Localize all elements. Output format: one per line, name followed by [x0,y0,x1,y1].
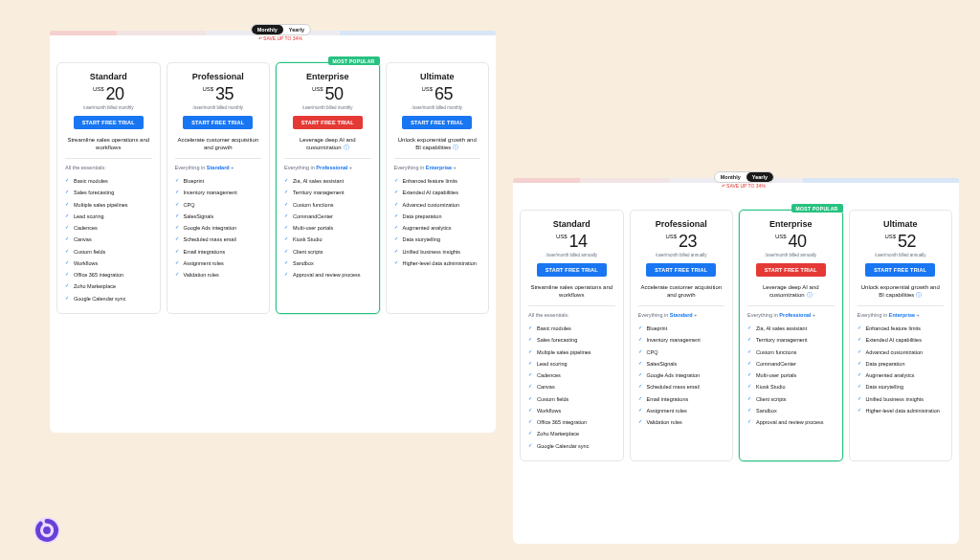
feature-item: Sandbox [284,258,371,269]
info-icon[interactable]: ⓘ [916,292,922,298]
plan-card-enterprise: MOST POPULAR Enterprise US$40 /user/mont… [739,210,843,461]
popular-badge: MOST POPULAR [328,56,380,65]
pricing-panel-monthly: Monthly Yearly SAVE UP TO 34% Standard U… [50,31,496,433]
price-value: 14 [569,232,588,251]
feature-heading: All the essentials: [528,312,615,318]
toggle-monthly[interactable]: Monthly [715,172,746,182]
toggle-yearly[interactable]: Yearly [746,172,773,182]
billing-pill[interactable]: Monthly Yearly [714,171,774,183]
billing-pill[interactable]: Monthly Yearly [251,24,311,35]
billing-note: /user/month billed annually [528,253,615,258]
feature-item: Email integrations [638,393,725,405]
feature-item: Zoho Marketplace [528,428,615,439]
info-icon[interactable]: ⓘ [453,145,458,150]
price: US$50 [284,84,371,104]
plan-name: Standard [65,72,152,81]
feature-item: Lead scoring [65,211,152,222]
plan-tagline: Accelerate customer acquisition and grow… [638,283,725,306]
plan-name: Professional [175,72,262,81]
feature-item: Kiosk Studio [747,381,835,392]
feature-item: Assignment rules [175,258,262,269]
feature-item: Workflows [528,405,615,416]
currency-label: US$ [312,86,323,92]
accent-bar: Monthly Yearly SAVE UP TO 34% [513,178,959,183]
plan-card-standard: Standard US$14 /user/month billed annual… [520,210,624,461]
feature-heading: All the essentials: [65,165,152,170]
billing-toggle: Monthly Yearly SAVE UP TO 34% [714,171,774,183]
plan-name: Professional [638,219,725,229]
feature-item: Cadences [528,370,615,381]
billing-note: /user/month billed annually [858,253,945,258]
feature-item: Kiosk Studio [284,234,371,245]
plan-card-ultimate: Ultimate US$65 /user/month billed monthl… [386,62,490,314]
feature-list: Basic modulesSales forecastingMultiple s… [65,175,152,304]
billing-note: /user/month billed monthly [65,105,152,110]
svg-point-1 [43,526,51,534]
start-trial-button[interactable]: START FREE TRIAL [756,263,826,277]
plan-card-professional: Professional US$23 /user/month billed an… [630,210,734,461]
plan-card-professional: Professional US$35 /user/month billed mo… [167,62,271,314]
start-trial-button[interactable]: START FREE TRIAL [402,116,472,129]
feature-item: Advanced customization [394,199,481,211]
price: US$52 [858,232,945,252]
currency-label: US$ [202,86,213,92]
feature-item: Google Ads integration [175,222,262,234]
plan-tagline: Leverage deep AI and customizationⓘ [747,283,835,306]
feature-item: Advanced customization [858,347,945,358]
feature-item: Data storytelling [394,234,481,245]
currency-label: US$ [775,234,787,239]
feature-item: Scheduled mass email [175,234,262,245]
feature-item: CPQ [175,199,262,211]
pricing-cards-monthly: Standard US$20 /user/month billed monthl… [50,35,496,322]
feature-item: Extended AI capabilities [394,187,481,198]
info-icon[interactable]: ⓘ [807,292,813,298]
price: US$65 [394,84,481,104]
feature-item: CommandCenter [747,358,835,370]
feature-item: Email integrations [175,246,262,258]
start-trial-button[interactable]: START FREE TRIAL [74,116,144,129]
feature-item: Custom fields [65,246,152,258]
pricing-panel-yearly: Monthly Yearly SAVE UP TO 34% Standard U… [513,178,959,544]
feature-heading: Everything in Professional + [747,312,835,318]
start-trial-button[interactable]: START FREE TRIAL [293,116,363,129]
info-icon[interactable]: ⓘ [344,145,349,150]
feature-item: Custom functions [284,199,371,211]
feature-item: SalesSignals [175,211,262,222]
price: US$35 [175,84,262,104]
price: US$40 [747,232,835,252]
feature-item: Data preparation [858,358,945,370]
feature-item: Canvas [528,381,615,392]
feature-item: Augmented analytics [394,222,481,234]
feature-item: Google Ads integration [638,370,725,381]
feature-item: Zia, AI sales assistant [747,323,835,334]
plan-tagline: Unlock exponential growth and BI capabil… [394,136,481,159]
currency-label: US$ [556,234,568,239]
price-value: 20 [106,84,124,103]
start-trial-button[interactable]: START FREE TRIAL [865,263,935,277]
start-trial-button[interactable]: START FREE TRIAL [537,263,607,277]
feature-item: Unified business insights [394,246,481,258]
toggle-monthly[interactable]: Monthly [252,25,283,34]
billing-note: /user/month billed monthly [175,105,262,110]
plan-tagline: Unlock exponential growth and BI capabil… [858,283,945,306]
feature-item: Office 365 integration [65,269,152,280]
feature-item: Blueprint [175,175,262,187]
start-trial-button[interactable]: START FREE TRIAL [646,263,716,277]
price-value: 50 [325,84,344,103]
feature-list: Basic modulesSales forecastingMultiple s… [528,323,615,452]
feature-item: Approval and review process [747,416,835,428]
feature-item: Enhanced feature limits [858,323,945,334]
plan-name: Ultimate [858,219,945,229]
plan-card-standard: Standard US$20 /user/month billed monthl… [56,62,161,314]
feature-item: Data storytelling [858,381,945,392]
feature-item: Multiple sales pipelines [528,347,615,358]
start-trial-button[interactable]: START FREE TRIAL [183,116,253,129]
price-value: 35 [215,84,234,103]
plan-card-enterprise: MOST POPULAR Enterprise US$50 /user/mont… [276,62,380,314]
feature-item: Blueprint [638,323,725,334]
feature-item: Inventory management [638,334,725,346]
feature-list: Zia, AI sales assistantTerritory managem… [284,175,371,280]
toggle-yearly[interactable]: Yearly [283,25,310,34]
feature-item: Multiple sales pipelines [65,199,152,211]
feature-item: Scheduled mass email [638,381,725,392]
